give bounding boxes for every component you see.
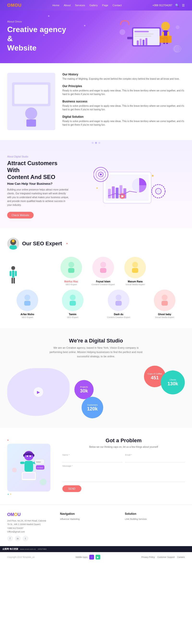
name-label: Name * (62, 454, 122, 456)
expert-card-arfan: Arfan Nisho SEO Expert (17, 290, 38, 318)
svg-point-52 (68, 262, 74, 268)
footer-bottom: Copyright 2019 Template_ev Mobile Apps: … (7, 552, 185, 560)
hero-title: Creative agency &Website (7, 25, 70, 52)
customer-support-link[interactable]: Customer Support (157, 556, 175, 558)
svg-rect-59 (24, 301, 31, 306)
nav-page[interactable]: Page (102, 4, 108, 7)
expert-role-arfan: SEO Expert (17, 316, 38, 318)
play-button[interactable]: ▶ (34, 387, 43, 397)
svg-point-62 (116, 294, 121, 300)
about-svg (7, 73, 55, 130)
svg-rect-50 (12, 278, 13, 284)
svg-rect-71 (25, 461, 33, 472)
nav-about[interactable]: About (64, 4, 71, 7)
experts-row1: Mahfuz Riaz SEO Expert Foysal Islam Cont… (7, 257, 185, 286)
about-item-digital: Digital Solution Ready to solve problems… (62, 115, 185, 126)
stats-subtitle: We are an Creative agency, based in New … (48, 346, 144, 358)
experts-row2: Arfan Nisho SEO Expert Tamim SEO Expert … (7, 290, 185, 318)
mobile-apps-label: Mobile Apps: (76, 556, 88, 558)
digital-illustration: ★ ★ (74, 155, 185, 208)
email-input[interactable] (125, 456, 185, 462)
svg-point-39 (100, 174, 102, 176)
about-title-principles: Our Principles (62, 84, 185, 88)
search-icon[interactable]: 🔍 (175, 4, 179, 7)
contact-title: Got a Problem (62, 438, 185, 444)
nav-links: Home About Services Gallery Page Contact (52, 4, 122, 7)
apple-icon[interactable]:  (89, 555, 94, 560)
svg-rect-49 (15, 271, 17, 276)
expert-card-tamim: Tamim SEO Expert (62, 290, 83, 318)
form-field-message: Message * (62, 465, 185, 483)
svg-point-18 (176, 25, 179, 29)
hero-illustration (110, 13, 187, 61)
twitter-icon[interactable]: t (23, 536, 28, 541)
nav-home[interactable]: Home (52, 4, 59, 7)
expert-role-tamim: SEO Expert (62, 316, 83, 318)
svg-point-45 (12, 240, 15, 242)
android-icon[interactable]: ▶ (95, 555, 100, 560)
footer-grid: OMOU 2nd Floor, No.25, Ali Hert Road, Ca… (7, 512, 185, 541)
digital-svg: ★ ★ (93, 155, 166, 208)
svg-rect-47 (12, 270, 14, 278)
svg-rect-4 (134, 34, 154, 34)
watermark-id: #45274B3 (38, 548, 46, 550)
svg-rect-53 (68, 268, 74, 273)
expert-name-masum: Masum Rana (124, 280, 146, 283)
privacy-policy-link[interactable]: Privacy Policy (141, 556, 155, 558)
stick-svg (7, 266, 19, 285)
about-section: Our History The making of Wighting. Expo… (0, 63, 192, 140)
nav-gallery[interactable]: Gallery (89, 4, 98, 7)
about-image (7, 73, 55, 130)
svg-text:★: ★ (151, 174, 154, 178)
svg-rect-51 (14, 278, 15, 284)
menu-icon[interactable]: ☰ (182, 4, 185, 7)
brand-logo[interactable]: OMOU (7, 3, 22, 8)
footer-nav-link-1[interactable]: Influencer Marketing (60, 518, 120, 520)
nav-right: +088 912704287 🔍 ☰ (152, 4, 185, 7)
svg-rect-6 (137, 40, 139, 45)
form-field-name: Name * (62, 454, 122, 462)
send-button[interactable]: SEND (62, 485, 81, 492)
nav-phone: +088 912704287 (152, 4, 172, 7)
expert-card-masum: Masum Rana Social Media Expert (124, 257, 146, 286)
svg-text:★: ★ (96, 187, 98, 189)
footer-solution-link-1[interactable]: LINK Building Services (125, 518, 185, 520)
svg-point-54 (100, 262, 106, 268)
digital-text: Building your online presence helps attr… (7, 188, 70, 207)
about-item-history: Our History The making of Wighting. Expo… (62, 73, 185, 81)
check-website-button[interactable]: Check Website (7, 212, 34, 218)
expert-role-mahfuz: SEO Expert (60, 283, 82, 286)
svg-rect-25 (26, 120, 36, 126)
nav-contact[interactable]: Contact (113, 4, 122, 7)
svg-point-10 (161, 22, 170, 30)
expert-name-arfan: Arfan Nisho (17, 313, 38, 316)
about-title-success: Business success (62, 100, 185, 103)
instagram-icon[interactable]: in (15, 536, 21, 541)
expert-avatar (159, 293, 171, 308)
hero-dot (84, 25, 85, 26)
expert-circle (108, 290, 129, 311)
expert-role-dashdu: Content Creation Expert (107, 316, 130, 318)
nav-services[interactable]: Services (75, 4, 85, 7)
contact-svg: Hello! Hi there (10, 446, 48, 489)
footer-copyright: Copyright 2019 Template_ev (7, 556, 35, 558)
svg-point-58 (25, 294, 30, 300)
about-text-success: Ready to solve problems and eager to app… (62, 104, 185, 111)
watermark-text: 众图网·每日更新 (3, 548, 18, 551)
footer-brand: OMOU 2nd Floor, No.25, Ali Hert Road, Ca… (7, 512, 55, 541)
expert-avatar (129, 260, 141, 275)
expert-name-ghostbaby: Ghost baby (154, 313, 175, 316)
footer: OMOU 2nd Floor, No.25, Ali Hert Road, Ca… (0, 505, 192, 562)
svg-rect-72 (20, 462, 25, 464)
logo-text: OM (7, 3, 15, 8)
careers-link[interactable]: Careers (177, 556, 185, 558)
form-row-nameemail: Name * Email * (62, 454, 185, 462)
svg-rect-69 (23, 454, 25, 456)
digital-content: About Digital Studio Attract CustomersWi… (7, 155, 70, 218)
name-input[interactable] (62, 456, 122, 462)
digital-section: About Digital Studio Attract CustomersWi… (0, 146, 192, 228)
divider-dot (92, 142, 93, 144)
message-textarea[interactable] (62, 468, 185, 482)
footer-nav-links: Influencer Marketing (60, 518, 120, 520)
facebook-icon[interactable]: f (7, 536, 13, 541)
